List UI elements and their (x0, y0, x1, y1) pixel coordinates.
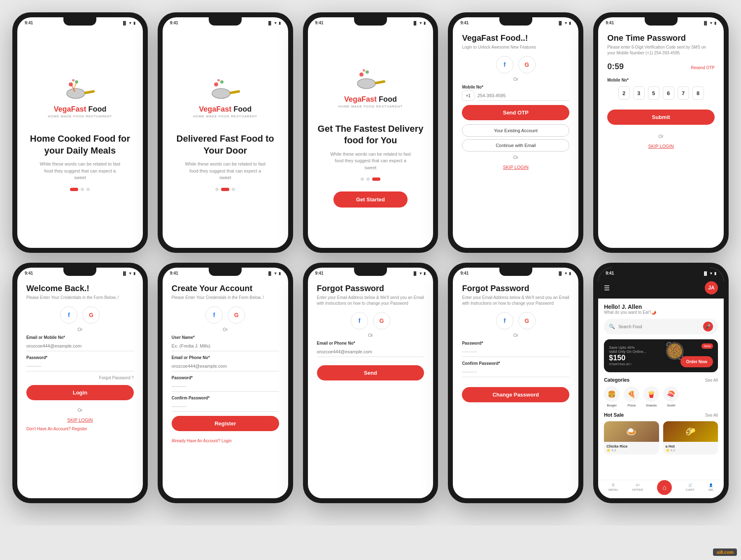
greeting-text: Hello! J. Allen (604, 303, 718, 310)
google-button[interactable]: G (228, 306, 245, 324)
register-button[interactable]: Register (172, 416, 279, 431)
notch (499, 17, 532, 26)
hot-sale-see-all[interactable]: See All (705, 413, 718, 418)
social-row: f G (172, 306, 279, 324)
send-button[interactable]: Send (317, 365, 424, 380)
skip-login-link[interactable]: SKIP LOGIN (648, 144, 674, 149)
continue-email-button[interactable]: Continue with Email (462, 139, 569, 152)
wifi-icon: ▼ (128, 271, 132, 275)
auth-title: VegaFast Food..! (462, 33, 569, 43)
otp-digit-2[interactable]: 3 (633, 86, 645, 100)
otp-digit-4[interactable]: 6 (663, 86, 674, 100)
submit-otp-button[interactable]: Submit (607, 110, 715, 125)
send-otp-button[interactable]: Send OTP (462, 105, 569, 120)
snacks-label: Snacks (646, 404, 657, 407)
resend-otp-button[interactable]: Resend OTP (691, 65, 715, 70)
google-button[interactable]: G (518, 312, 536, 329)
google-button[interactable]: G (518, 56, 536, 73)
time: 9:41 (170, 271, 178, 275)
splash-inner: VegaFast Food HOME MADE FOOD RESTUARENT … (163, 27, 288, 248)
mic-button[interactable]: 🎤 (703, 322, 713, 331)
sushi-icon: 🍣 (663, 386, 679, 402)
otp-digit-3[interactable]: 5 (648, 86, 659, 100)
otp-digit-5[interactable]: 7 (678, 86, 689, 100)
promo-save-text: Save Upto 45% Valid Only On Online... (609, 345, 646, 354)
username-input[interactable] (172, 341, 279, 351)
svg-rect-11 (375, 80, 386, 84)
dots-1 (70, 188, 90, 191)
login-content: Welcome Back.! Please Enter Your Credent… (17, 277, 143, 498)
offer-nav-item[interactable]: 🏷 OFFER (632, 483, 643, 495)
mobile-input[interactable] (478, 91, 569, 101)
svg-point-10 (357, 79, 375, 89)
menu-icon: ☰ (612, 483, 615, 487)
change-password-button[interactable]: Change Password (462, 387, 569, 402)
facebook-button[interactable]: f (351, 312, 368, 329)
food-card-1[interactable]: 🍛 Chicke Rice ⭐ 4.2 (604, 421, 659, 455)
profile-nav-item[interactable]: 👤 ME (708, 483, 713, 495)
social-row: f G (462, 56, 569, 73)
mobile-label: Mobile No* (462, 85, 569, 89)
facebook-button[interactable]: f (205, 306, 223, 324)
svg-point-3 (75, 80, 78, 84)
skip-login-link[interactable]: SKIP LOGIN (67, 418, 93, 422)
hamburger-icon[interactable]: ☰ (604, 284, 610, 292)
menu-nav-item[interactable]: ☰ MENU (608, 483, 618, 495)
cart-nav-item[interactable]: 🛒 CART (686, 483, 695, 495)
get-started-button[interactable]: Get Started (333, 191, 408, 208)
categories-see-all[interactable]: See All (705, 378, 718, 383)
time: 9:41 (460, 271, 468, 275)
user-avatar[interactable]: JA (705, 281, 718, 294)
status-icons: ▐▌ ▼ ▮ (267, 271, 281, 275)
confirm-pwd-input[interactable] (462, 367, 569, 377)
time: 9:41 (606, 21, 614, 25)
category-sushi[interactable]: 🍣 Sushi (663, 386, 679, 407)
or-label: Or (26, 327, 134, 332)
skip-login-link[interactable]: SKIP LOGIN (503, 165, 529, 170)
signal-icon: ▐▌ (122, 271, 127, 275)
dot-0 (215, 188, 219, 191)
otp-form: One Time Password Please enter 6-Digit V… (598, 27, 724, 248)
pwd-label: Password* (462, 341, 569, 345)
notch (645, 268, 678, 276)
battery-icon: ▮ (279, 271, 281, 275)
google-button[interactable]: G (82, 306, 100, 324)
category-burger[interactable]: 🍔 Burger (604, 386, 620, 407)
home-fab-icon: ⌂ (662, 484, 666, 491)
login-button[interactable]: Login (26, 385, 134, 400)
forgot-password-link[interactable]: Forgot Password ? (26, 376, 134, 380)
pwd-input[interactable] (172, 381, 279, 392)
pwd-input[interactable] (462, 347, 569, 357)
dot-0 (70, 188, 78, 191)
facebook-button[interactable]: f (60, 306, 77, 324)
register-link[interactable]: Register (72, 427, 87, 431)
email-input[interactable] (26, 341, 134, 351)
confirm-pwd-input[interactable] (172, 401, 279, 412)
time: 9:41 (460, 21, 468, 25)
brand-red: VegaFast (199, 105, 231, 113)
menu-label: MENU (608, 488, 618, 492)
food-card-2[interactable]: 🌮 a Hot ⭐ 4.2 (663, 421, 718, 455)
order-now-button[interactable]: Order Now (680, 356, 713, 367)
facebook-button[interactable]: f (496, 312, 513, 329)
email-input[interactable] (172, 361, 279, 371)
login-link[interactable]: Login (221, 439, 231, 443)
country-code[interactable]: +1 (462, 91, 474, 101)
otp-digit-6[interactable]: 8 (692, 86, 704, 100)
pwd-input[interactable] (26, 361, 134, 371)
category-pizza[interactable]: 🍕 Pizza (624, 386, 639, 407)
phone-login-mobile: 9:41 ▐▌ ▼ ▮ VegaFast Food..! Login to Un… (448, 12, 583, 253)
phone-login: 9:41 ▐▌ ▼ ▮ Welcome Back.! Please Enter … (12, 263, 148, 503)
svg-point-9 (217, 79, 220, 82)
phone-register: 9:41 ▐▌ ▼ ▮ Create Your Account Please E… (158, 263, 293, 503)
category-snacks[interactable]: 🍟 Snacks (643, 386, 659, 407)
search-input[interactable] (618, 324, 700, 329)
logo: VegaFast Food HOME MADE FOOD RESTUARENT (48, 77, 112, 118)
otp-digit-1[interactable]: 2 (618, 86, 630, 100)
search-bar[interactable]: 🔍 🎤 (604, 319, 718, 334)
facebook-button[interactable]: f (496, 56, 513, 73)
home-fab-button[interactable]: ⌂ (657, 480, 672, 495)
google-button[interactable]: G (373, 312, 390, 329)
signal-icon: ▐▌ (122, 21, 127, 25)
email-input[interactable] (317, 347, 424, 357)
